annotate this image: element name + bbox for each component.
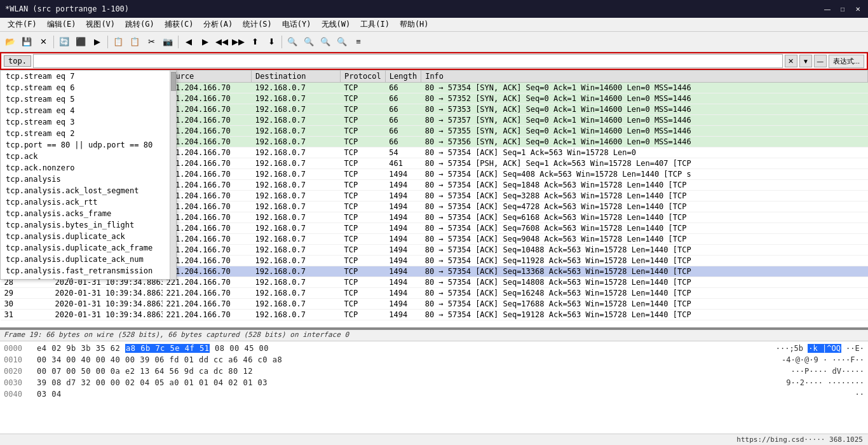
toolbar-sep-3 — [178, 36, 179, 48]
title-bar: *WLAN (src portrange 1-100) — □ ✕ — [0, 0, 868, 18]
toolbar-zoom-in[interactable]: 🔍 — [301, 34, 316, 50]
hex-row: 004003 04·· — [4, 388, 864, 400]
hex-offset: 0020 — [4, 366, 27, 377]
hex-bytes: 03 04 — [37, 388, 845, 400]
toolbar-forward-all[interactable]: ▶▶ — [231, 34, 246, 50]
autocomplete-item[interactable]: tcp.stream eq 5 — [1, 93, 170, 105]
toolbar-save[interactable]: 💾 — [19, 34, 34, 50]
menu-file[interactable]: 文件(F) — [3, 18, 42, 31]
toolbar-open[interactable]: 📂 — [3, 34, 18, 50]
menu-tools[interactable]: 工具(I) — [355, 18, 395, 31]
hex-row: 0000e4 02 9b 3b 35 62 a8 6b 7c 5e 4f 51 … — [4, 343, 864, 354]
toolbar-forward[interactable]: ▶ — [198, 34, 213, 50]
autocomplete-item[interactable]: tcp.stream eq 2 — [1, 128, 170, 139]
filter-arrow2-button[interactable]: — — [814, 55, 827, 67]
table-row[interactable]: 302020-01-31 10:39:34.886303221.204.166.… — [1, 299, 868, 310]
table-row[interactable]: 292020-01-31 10:39:34.886302221.204.166.… — [1, 288, 868, 299]
autocomplete-scrollbar[interactable] — [170, 71, 176, 279]
toolbar-capture-start[interactable]: ▶ — [90, 34, 105, 50]
autocomplete-item[interactable]: tcp.analysis.acks_frame — [1, 208, 170, 219]
filter-label: top. — [4, 55, 31, 67]
toolbar-sep-2 — [107, 36, 108, 48]
status-right: https://bing.csd····· 368.1025 — [736, 435, 863, 444]
menu-statistics[interactable]: 统计(S) — [238, 18, 277, 31]
hex-ascii: 9··2···· ········ — [786, 377, 864, 388]
title-bar-title: *WLAN (src portrange 1-100) — [5, 4, 129, 13]
filter-input[interactable] — [33, 54, 783, 68]
toolbar-up[interactable]: ⬆ — [247, 34, 262, 50]
toolbar-sep-4 — [281, 36, 282, 48]
toolbar-paste[interactable]: 📋 — [127, 34, 142, 50]
hex-row: 001000 34 00 40 00 40 00 39 06 fd 01 dd … — [4, 354, 864, 366]
autocomplete-item[interactable]: tcp.analysis.fast_retransmission — [1, 265, 170, 277]
toolbar-screenshot[interactable]: 📷 — [160, 34, 175, 50]
autocomplete-item[interactable]: tcp.analysis.duplicate_ack_frame — [1, 242, 170, 254]
autocomplete-item[interactable]: tcp.analysis.ack_lost_segment — [1, 185, 170, 196]
packet-list: No. Time Source Destination Protocol Len… — [0, 70, 868, 329]
status-bar: https://bing.csd····· 368.1025 — [0, 434, 868, 445]
hex-offset: 0000 — [4, 343, 27, 354]
toolbar-zoom-reset[interactable]: 🔍 — [334, 34, 349, 50]
autocomplete-item[interactable]: tcp.port == 80 || udp.port == 80 — [1, 139, 170, 151]
bottom-area: Frame 19: 66 bytes on wire (528 bits), 6… — [0, 329, 868, 434]
filter-arrow-button[interactable]: ▼ — [799, 55, 812, 67]
menu-view[interactable]: 视图(V) — [81, 18, 120, 31]
toolbar-columns[interactable]: ≡ — [351, 34, 366, 50]
hex-ascii: ···;5b ·k |^OQ ··E· — [776, 343, 864, 354]
hex-dump: 0000e4 02 9b 3b 35 62 a8 6b 7c 5e 4f 51 … — [0, 341, 868, 434]
autocomplete-item[interactable]: tcp.analysis.ack_rtt — [1, 196, 170, 208]
autocomplete-item[interactable]: tcp.stream eq 4 — [1, 105, 170, 116]
hex-row: 003039 08 d7 32 00 00 02 04 05 a0 01 01 … — [4, 377, 864, 388]
hex-ascii: ·· — [855, 388, 864, 400]
toolbar-search[interactable]: 🔍 — [285, 34, 300, 50]
toolbar-sep-1 — [53, 36, 54, 48]
maximize-button[interactable]: □ — [837, 4, 848, 14]
autocomplete-item[interactable]: tcp.analysis.bytes_in_flight — [1, 219, 170, 231]
toolbar-copy[interactable]: 📋 — [111, 34, 126, 50]
menu-capture[interactable]: 捕获(C) — [159, 18, 199, 31]
menu-help[interactable]: 帮助(H) — [395, 18, 434, 31]
autocomplete-item[interactable]: tcp.analysis.duplicate_ack_num — [1, 254, 170, 265]
toolbar-close[interactable]: ✕ — [36, 34, 51, 50]
menu-goto[interactable]: 跳转(G) — [120, 18, 159, 31]
autocomplete-item[interactable]: tcp.stream eq 6 — [1, 82, 170, 93]
menu-telephony[interactable]: 电话(Y) — [277, 18, 316, 31]
autocomplete-item[interactable]: tcp.stream eq 7 — [1, 71, 170, 82]
menu-wireless[interactable]: 无线(W) — [316, 18, 356, 31]
filter-expression-button[interactable]: 表达式... — [829, 55, 864, 68]
close-button[interactable]: ✕ — [853, 4, 863, 14]
toolbar-zoom-out[interactable]: 🔍 — [318, 34, 333, 50]
minimize-button[interactable]: — — [822, 4, 832, 14]
toolbar-back[interactable]: ◀ — [181, 34, 196, 50]
autocomplete-item[interactable]: tcp.analysis.flags — [1, 277, 170, 279]
autocomplete-item[interactable]: tcp.stream eq 3 — [1, 116, 170, 128]
title-bar-controls: — □ ✕ — [822, 4, 863, 14]
main-area: No. Time Source Destination Protocol Len… — [0, 70, 868, 434]
toolbar-reload[interactable]: 🔄 — [57, 34, 72, 50]
hex-row: 002000 07 00 50 00 0a e2 13 64 56 9d ca … — [4, 366, 864, 377]
autocomplete-item[interactable]: tcp.ack — [1, 151, 170, 162]
toolbar-cut[interactable]: ✂ — [144, 34, 159, 50]
toolbar-down[interactable]: ⬇ — [264, 34, 279, 50]
hex-offset: 0030 — [4, 377, 27, 388]
hex-offset: 0010 — [4, 354, 27, 366]
menu-edit[interactable]: 编辑(E) — [42, 18, 81, 31]
autocomplete-item[interactable]: tcp.ack.nonzero — [1, 162, 170, 174]
toolbar-stop[interactable]: ⬛ — [73, 34, 88, 50]
autocomplete-item[interactable]: tcp.analysis — [1, 174, 170, 185]
toolbar: 📂 💾 ✕ 🔄 ⬛ ▶ 📋 📋 ✂ 📷 ◀ ▶ ◀◀ ▶▶ ⬆ ⬇ 🔍 🔍 🔍 … — [0, 32, 868, 52]
col-header-length: Length — [385, 71, 421, 83]
toolbar-back-all[interactable]: ◀◀ — [214, 34, 229, 50]
filter-bar: top. ✕ ▼ — 表达式... — [0, 52, 868, 70]
table-row[interactable]: 312020-01-31 10:39:34.886303221.204.166.… — [1, 310, 868, 320]
col-header-protocol: Protocol — [341, 71, 386, 83]
hex-ascii: ···P···· dV····· — [790, 366, 864, 377]
menu-analyze[interactable]: 分析(A) — [198, 18, 238, 31]
autocomplete-dropdown: tcp.stream eq 7tcp.stream eq 6tcp.stream… — [0, 70, 177, 280]
col-header-info: Info — [421, 71, 868, 83]
filter-clear-button[interactable]: ✕ — [785, 55, 797, 67]
autocomplete-item[interactable]: tcp.analysis.duplicate_ack — [1, 231, 170, 242]
hex-bytes: 00 34 00 40 00 40 00 39 06 fd 01 dd cc a… — [37, 354, 771, 366]
menu-bar: 文件(F) 编辑(E) 视图(V) 跳转(G) 捕获(C) 分析(A) 统计(S… — [0, 18, 868, 32]
decode-description: Frame 19: 66 bytes on wire (528 bits), 6… — [0, 330, 868, 341]
